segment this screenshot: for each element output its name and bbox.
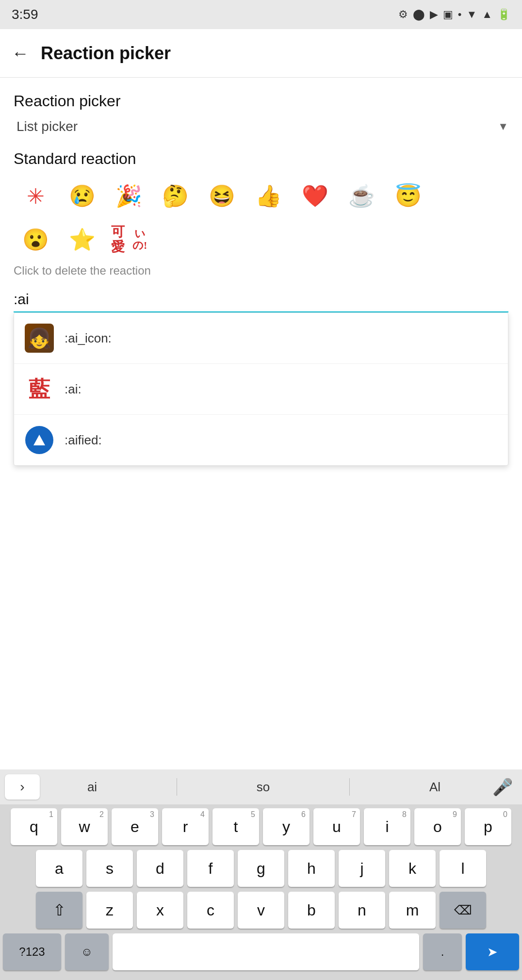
emoji-row-1: ✳ 😢 🎉 🤔 😆 👍 ❤️ ☕ 😇 bbox=[14, 177, 508, 215]
hint-4: 4 bbox=[200, 810, 205, 819]
app-bar: ← Reaction picker bbox=[0, 29, 522, 78]
standard-reaction-section: Standard reaction ✳ 😢 🎉 🤔 😆 👍 ❤️ ☕ 😇 😮 ⭐… bbox=[14, 150, 508, 278]
emoji-heart[interactable]: ❤️ bbox=[293, 177, 337, 215]
key-space[interactable] bbox=[113, 933, 419, 970]
key-v[interactable]: v bbox=[238, 892, 284, 929]
signal-icon: ▲ bbox=[482, 8, 492, 21]
key-w[interactable]: 2w bbox=[61, 808, 108, 845]
hint-7: 7 bbox=[352, 810, 356, 819]
key-shift[interactable]: ⇧ bbox=[36, 892, 82, 929]
key-j[interactable]: j bbox=[339, 850, 385, 887]
num-key-label: ?123 bbox=[19, 945, 45, 959]
main-content: Reaction picker List picker ▼ Standard r… bbox=[0, 78, 522, 769]
key-t[interactable]: 5t bbox=[212, 808, 259, 845]
key-k[interactable]: k bbox=[389, 850, 436, 887]
autocomplete-word-1[interactable]: ai bbox=[82, 780, 103, 795]
suggestion-aified-label: :aified: bbox=[65, 433, 102, 448]
picker-type-dropdown[interactable]: List picker ▼ bbox=[14, 115, 508, 138]
suggestion-ai-label: :ai: bbox=[65, 382, 82, 397]
key-h[interactable]: h bbox=[288, 850, 335, 887]
key-x[interactable]: x bbox=[137, 892, 183, 929]
key-g[interactable]: g bbox=[238, 850, 284, 887]
key-u[interactable]: 7u bbox=[313, 808, 360, 845]
key-send[interactable]: ➤ bbox=[466, 933, 519, 970]
battery-icon: 🔋 bbox=[497, 8, 510, 21]
suggestion-ai[interactable]: 藍 :ai: bbox=[14, 364, 508, 415]
settings-icon: ⚙ bbox=[398, 8, 408, 21]
emoji-row-2: 😮 ⭐ 可愛いの! bbox=[14, 220, 508, 259]
key-b[interactable]: b bbox=[288, 892, 335, 929]
emoji-coffee[interactable]: ☕ bbox=[340, 177, 383, 215]
dot-icon: • bbox=[458, 8, 462, 21]
key-r[interactable]: 4r bbox=[162, 808, 209, 845]
hint-9: 9 bbox=[453, 810, 457, 819]
emoji-cross[interactable]: ✳ bbox=[14, 177, 57, 215]
aified-circle bbox=[25, 426, 53, 454]
search-input[interactable] bbox=[14, 289, 508, 310]
emoji-thumbsup[interactable]: 👍 bbox=[246, 177, 290, 215]
chevron-down-icon: ▼ bbox=[498, 120, 508, 133]
autocomplete-nav-button[interactable]: › bbox=[5, 774, 40, 800]
key-s[interactable]: s bbox=[86, 850, 133, 887]
search-input-wrapper[interactable] bbox=[14, 289, 508, 312]
autocomplete-bar: › ai so Al 🎤 bbox=[0, 769, 522, 804]
key-l[interactable]: l bbox=[440, 850, 486, 887]
key-o[interactable]: 9o bbox=[414, 808, 461, 845]
key-c[interactable]: c bbox=[187, 892, 234, 929]
hint-2: 2 bbox=[99, 810, 104, 819]
key-row-2: a s d f g h j k l bbox=[3, 850, 519, 887]
emoji-shocked[interactable]: 😮 bbox=[14, 220, 57, 259]
aified-icon bbox=[24, 425, 55, 456]
back-button[interactable]: ← bbox=[12, 43, 29, 64]
reaction-picker-title: Reaction picker bbox=[14, 92, 508, 110]
keyboard-rows: 1q 2w 3e 4r 5t 6y 7u 8i 9o 0p a s d f g … bbox=[0, 804, 522, 929]
emoji-kawaii[interactable]: 可愛いの! bbox=[107, 220, 150, 259]
emoji-thinking[interactable]: 🤔 bbox=[153, 177, 197, 215]
key-num[interactable]: ?123 bbox=[3, 933, 61, 970]
mic-icon: 🎤 bbox=[492, 777, 513, 797]
hint-8: 8 bbox=[402, 810, 407, 819]
key-e[interactable]: 3e bbox=[112, 808, 158, 845]
hint-5: 5 bbox=[251, 810, 255, 819]
status-time: 3:59 bbox=[12, 7, 38, 22]
emoji-party[interactable]: 🎉 bbox=[107, 177, 150, 215]
status-bar: 3:59 ⚙ ⬤ ▶ ▣ • ▼ ▲ 🔋 bbox=[0, 0, 522, 29]
suggestion-ai-icon-label: :ai_icon: bbox=[65, 331, 112, 346]
mic-button[interactable]: 🎤 bbox=[488, 772, 517, 801]
chevron-right-icon: › bbox=[20, 779, 24, 795]
autocomplete-word-2[interactable]: so bbox=[251, 780, 276, 795]
emoji-grinning[interactable]: 😆 bbox=[200, 177, 244, 215]
emoji-star[interactable]: ⭐ bbox=[60, 220, 104, 259]
page-title: Reaction picker bbox=[41, 43, 171, 64]
ai-icon-avatar bbox=[24, 323, 55, 354]
keyboard-area: › ai so Al 🎤 1q 2w 3e 4r 5t 6y 7u 8i 9o … bbox=[0, 769, 522, 980]
key-f[interactable]: f bbox=[187, 850, 234, 887]
dropdown-label: List picker bbox=[16, 119, 78, 134]
hint-6: 6 bbox=[301, 810, 306, 819]
key-i[interactable]: 8i bbox=[364, 808, 410, 845]
key-period[interactable]: . bbox=[423, 933, 462, 970]
key-emoji[interactable]: ☺ bbox=[65, 933, 109, 970]
period-label: . bbox=[441, 945, 444, 959]
key-backspace[interactable]: ⌫ bbox=[440, 892, 486, 929]
key-p[interactable]: 0p bbox=[465, 808, 511, 845]
suggestion-ai-icon[interactable]: :ai_icon: bbox=[14, 313, 508, 364]
autocomplete-words: ai so Al bbox=[40, 778, 488, 796]
emoji-key-icon: ☺ bbox=[81, 945, 93, 959]
key-a[interactable]: a bbox=[36, 850, 82, 887]
hint-3: 3 bbox=[150, 810, 154, 819]
wifi-icon: ▼ bbox=[466, 8, 477, 21]
suggestion-aified[interactable]: :aified: bbox=[14, 415, 508, 465]
key-y[interactable]: 6y bbox=[263, 808, 310, 845]
key-q[interactable]: 1q bbox=[11, 808, 57, 845]
autocomplete-word-3[interactable]: Al bbox=[424, 780, 446, 795]
bottom-key-row: ?123 ☺ . ➤ bbox=[0, 933, 522, 970]
key-row-3: ⇧ z x c v b n m ⌫ bbox=[3, 892, 519, 929]
key-d[interactable]: d bbox=[137, 850, 183, 887]
key-n[interactable]: n bbox=[339, 892, 385, 929]
key-z[interactable]: z bbox=[86, 892, 133, 929]
key-m[interactable]: m bbox=[389, 892, 436, 929]
emoji-angel[interactable]: 😇 bbox=[386, 177, 430, 215]
delete-hint: Click to delete the reaction bbox=[14, 264, 508, 278]
emoji-crying[interactable]: 😢 bbox=[60, 177, 104, 215]
